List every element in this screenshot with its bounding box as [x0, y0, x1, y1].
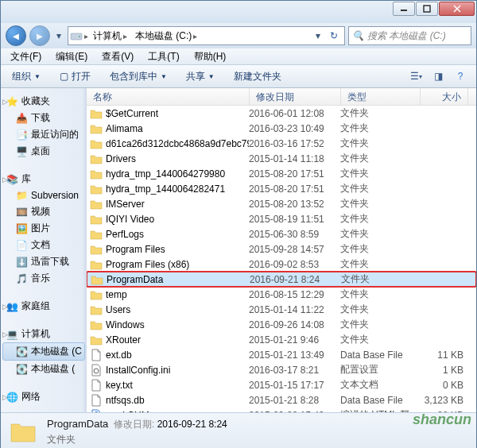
- computer-header[interactable]: ▷💻计算机: [1, 326, 87, 342]
- file-date: 2016-06-01 12:08: [249, 108, 340, 119]
- menu-help[interactable]: 帮助(H): [188, 48, 233, 65]
- file-row[interactable]: hydra_tmp_14400642799802015-08-20 17:51文…: [87, 166, 476, 181]
- address-bar[interactable]: ▸ 计算机 ▸ 本地磁盘 (C:) ▸ ▾ ↻: [68, 26, 345, 45]
- folder-icon: [90, 303, 103, 316]
- help-icon[interactable]: ?: [451, 68, 470, 85]
- html-icon: ?: [90, 409, 103, 413]
- file-type: 文本文档: [340, 378, 420, 392]
- menu-view[interactable]: 查看(V): [95, 48, 140, 65]
- refresh-icon[interactable]: ↻: [325, 27, 343, 44]
- file-row[interactable]: IMServer2015-08-20 13:52文件夹: [87, 196, 476, 211]
- file-name: $GetCurrent: [106, 108, 158, 119]
- file-row[interactable]: Windows2016-09-26 14:08文件夹: [87, 317, 476, 332]
- file-type: 文件夹: [340, 333, 420, 346]
- menu-bar: 文件(F) 编辑(E) 查看(V) 工具(T) 帮助(H): [1, 48, 476, 64]
- file-name: ext.db: [106, 350, 132, 361]
- homegroup-header[interactable]: ▷👥家庭组: [1, 298, 87, 315]
- sidebar-documents[interactable]: 📄文档: [1, 237, 87, 253]
- titlebar: [1, 1, 476, 23]
- network-header[interactable]: ▷🌐网络: [1, 388, 87, 405]
- chevron-icon[interactable]: ▸: [84, 32, 88, 41]
- details-pane: ProgramData 修改日期: 2016-09-21 8:24 文件夹: [1, 412, 476, 448]
- file-type: 文件夹: [340, 122, 420, 135]
- sidebar-xunlei[interactable]: ⬇️迅雷下载: [1, 253, 87, 270]
- file-row[interactable]: Alimama2016-03-23 10:49文件夹: [87, 121, 476, 136]
- details-name: ProgramData: [47, 418, 108, 430]
- file-name: Program Files: [106, 244, 165, 255]
- file-list[interactable]: 名称 修改日期 类型 大小 $GetCurrent2016-06-01 12:0…: [87, 88, 476, 412]
- column-headers: 名称 修改日期 类型 大小: [87, 88, 476, 106]
- file-type: 文件夹: [340, 227, 420, 241]
- menu-file[interactable]: 文件(F): [4, 48, 48, 65]
- open-button[interactable]: ▢打开: [55, 68, 95, 86]
- file-row[interactable]: Users2015-01-14 11:22文件夹: [87, 302, 476, 317]
- column-name[interactable]: 名称: [87, 88, 250, 105]
- sidebar-pictures[interactable]: 🖼️图片: [1, 220, 87, 237]
- close-button[interactable]: [439, 2, 475, 16]
- file-row[interactable]: key.txt2015-01-15 17:17文本文档0 KB: [87, 377, 476, 392]
- folder-icon: [90, 198, 103, 210]
- sidebar-subversion[interactable]: 📁Subversion: [1, 187, 87, 203]
- sidebar-recent[interactable]: 📑最近访问的: [1, 126, 87, 143]
- forward-button[interactable]: ►: [29, 25, 50, 46]
- search-input[interactable]: 🔍 搜索 本地磁盘 (C:): [348, 26, 471, 45]
- file-row[interactable]: PerfLogs2015-06-30 8:59文件夹: [87, 226, 476, 241]
- file-row[interactable]: IQIYI Video2015-08-19 11:51文件夹: [87, 211, 476, 226]
- file-row[interactable]: InstallConfig.ini2016-03-17 8:21配置设置1 KB: [87, 362, 476, 377]
- file-row[interactable]: temp2016-08-15 12:29文件夹: [87, 287, 476, 302]
- file-name: ntfsqs.db: [106, 395, 145, 406]
- sidebar-videos[interactable]: 🎞️视频: [1, 203, 87, 220]
- address-dropdown[interactable]: ▾: [312, 28, 324, 44]
- folder-icon: [90, 122, 103, 135]
- file-row[interactable]: ext.db2015-01-21 13:49Data Base File11 K…: [87, 347, 476, 362]
- column-date[interactable]: 修改日期: [250, 88, 341, 105]
- sidebar-downloads[interactable]: 📥下载: [1, 110, 87, 126]
- history-dropdown[interactable]: ▾: [53, 28, 64, 44]
- column-type[interactable]: 类型: [341, 88, 421, 105]
- menu-edit[interactable]: 编辑(E): [49, 48, 94, 65]
- menu-tools[interactable]: 工具(T): [142, 48, 185, 65]
- back-button[interactable]: ◄: [6, 25, 26, 46]
- sidebar-desktop[interactable]: 🖥️桌面: [1, 143, 87, 160]
- file-row[interactable]: hydra_tmp_14400642824712015-08-20 17:51文…: [87, 181, 476, 196]
- share-button[interactable]: 共享 ▼: [181, 68, 219, 86]
- favorites-header[interactable]: ▷⭐收藏夹: [1, 93, 87, 110]
- file-row[interactable]: ?read.CHM2015-02-08 15:49编译的 HTML 帮...98…: [87, 407, 476, 412]
- ini-icon: [90, 364, 103, 377]
- view-mode-button[interactable]: ☰ ▾: [406, 68, 425, 85]
- file-size: 1 KB: [420, 365, 463, 376]
- organize-button[interactable]: 组织 ▼: [7, 68, 45, 86]
- sidebar-music[interactable]: 🎵音乐: [1, 270, 87, 287]
- file-row[interactable]: Drivers2015-01-14 11:18文件夹: [87, 151, 476, 166]
- file-row[interactable]: Program Files (x86)2016-09-02 8:53文件夹: [87, 257, 476, 272]
- preview-pane-button[interactable]: ◨: [429, 68, 448, 85]
- sidebar-drive-c[interactable]: 💽本地磁盘 (C: [2, 342, 85, 361]
- folder-icon: [90, 213, 103, 226]
- file-row[interactable]: $GetCurrent2016-06-01 12:08文件夹: [87, 106, 476, 121]
- file-name: IMServer: [106, 199, 145, 210]
- folder-icon: [90, 288, 103, 301]
- breadcrumb-computer[interactable]: 计算机 ▸: [90, 27, 130, 44]
- file-date: 2015-09-28 14:57: [249, 244, 340, 255]
- maximize-button[interactable]: [416, 2, 438, 16]
- file-row[interactable]: Program Files2015-09-28 14:57文件夹: [87, 241, 476, 257]
- file-row[interactable]: XRouter2015-01-21 9:46文件夹: [87, 332, 476, 347]
- file-name: Program Files (x86): [106, 259, 189, 270]
- file-icon: [90, 379, 103, 392]
- navigation-pane[interactable]: ▷⭐收藏夹 📥下载 📑最近访问的 🖥️桌面 ▷📚库 📁Subversion 🎞️…: [1, 88, 87, 412]
- file-row[interactable]: ProgramData2016-09-21 8:24文件夹: [87, 272, 476, 287]
- minimize-button[interactable]: [393, 2, 415, 16]
- folder-icon: [90, 228, 103, 241]
- new-folder-button[interactable]: 新建文件夹: [229, 68, 286, 86]
- breadcrumb-drive-c[interactable]: 本地磁盘 (C:) ▸: [132, 27, 200, 44]
- recent-icon: 📑: [15, 129, 28, 141]
- include-library-button[interactable]: 包含到库中 ▼: [105, 68, 172, 86]
- file-row[interactable]: ntfsqs.db2015-01-21 8:28Data Base File3,…: [87, 392, 476, 407]
- file-date: 2015-01-14 11:22: [249, 304, 340, 315]
- sidebar-drive-d[interactable]: 💽本地磁盘 (: [1, 361, 87, 377]
- column-size[interactable]: 大小: [421, 88, 468, 105]
- libraries-header[interactable]: ▷📚库: [1, 171, 87, 187]
- file-size: 0 KB: [420, 380, 463, 391]
- file-date: 2015-06-30 8:59: [249, 229, 340, 240]
- file-row[interactable]: d61ca26d312dcbc4868a9d7ebc79ef2016-03-16…: [87, 136, 476, 151]
